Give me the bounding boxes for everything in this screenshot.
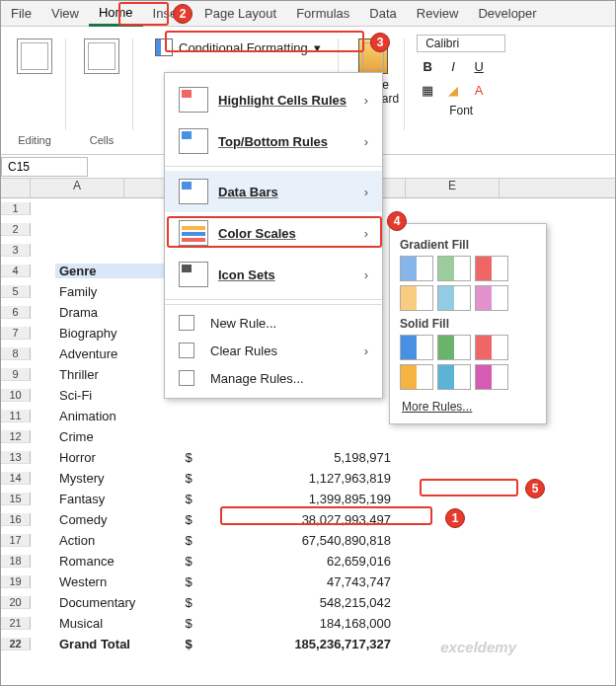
cells-icon[interactable] (84, 38, 119, 74)
editing-icon[interactable] (17, 38, 52, 74)
cell[interactable]: $ (174, 471, 203, 486)
menu-tab-page-layout[interactable]: Page Layout (194, 2, 286, 25)
row-number[interactable]: 15 (1, 493, 31, 505)
cell[interactable]: Animation (55, 409, 174, 423)
cell[interactable]: Family (55, 284, 174, 299)
data-bar-swatch[interactable] (475, 335, 508, 360)
italic-button[interactable]: I (442, 56, 464, 76)
row-number[interactable]: 5 (1, 285, 31, 298)
cf-menu-item[interactable]: Top/Bottom Rules › (165, 120, 382, 162)
new-rule-item[interactable]: New Rule... (165, 309, 382, 337)
conditional-formatting-button[interactable]: Conditional Formatting ▾ (147, 35, 329, 60)
cell[interactable]: Comedy (55, 512, 174, 527)
row-number[interactable]: 3 (1, 244, 31, 257)
cell[interactable]: Action (55, 533, 174, 548)
cell[interactable]: 185,236,717,327 (203, 637, 401, 651)
cell[interactable]: Drama (55, 305, 174, 320)
cell[interactable]: Adventure (55, 346, 174, 361)
cell[interactable]: $ (174, 533, 203, 548)
row-number[interactable]: 21 (1, 617, 31, 630)
cell[interactable]: $ (174, 574, 203, 589)
cell[interactable]: 184,168,000 (203, 616, 401, 631)
cell[interactable]: Grand Total (55, 637, 174, 651)
row-number[interactable]: 16 (1, 513, 31, 526)
data-bar-swatch[interactable] (437, 285, 471, 311)
cell[interactable]: $ (174, 637, 203, 651)
col-header[interactable]: A (31, 179, 124, 197)
row-number[interactable]: 13 (1, 451, 31, 464)
row-number[interactable]: 2 (1, 223, 31, 236)
data-bar-swatch[interactable] (475, 256, 508, 281)
row-number[interactable]: 8 (1, 347, 31, 360)
row-number[interactable]: 20 (1, 596, 31, 609)
data-bar-swatch[interactable] (400, 285, 433, 311)
cf-menu-item[interactable]: Color Scales › (165, 212, 382, 254)
cf-menu-item[interactable]: Icon Sets › (165, 254, 382, 295)
more-rules-link[interactable]: More Rules... (402, 400, 472, 414)
cell[interactable]: 1,399,895,199 (203, 492, 401, 506)
cell[interactable]: 548,215,042 (203, 595, 401, 610)
menu-tab-home[interactable]: Home (89, 1, 143, 27)
cell[interactable]: 62,659,016 (203, 554, 401, 569)
fill-color-button[interactable]: ◢ (442, 80, 464, 100)
col-header[interactable]: E (406, 179, 500, 197)
menu-tab-view[interactable]: View (41, 2, 89, 25)
menu-tab-data[interactable]: Data (359, 2, 406, 25)
data-bar-swatch[interactable] (475, 364, 508, 390)
col-header[interactable] (1, 179, 31, 197)
row-number[interactable]: 18 (1, 555, 31, 568)
cell[interactable]: 38,027,993,497 (203, 512, 401, 527)
cell[interactable]: $ (174, 595, 203, 610)
manage-rules-item[interactable]: Manage Rules... (165, 364, 382, 392)
cell[interactable]: Fantasy (55, 492, 174, 506)
name-box-input[interactable] (1, 157, 88, 177)
font-color-button[interactable]: A (468, 80, 490, 100)
cell[interactable]: Genre (55, 264, 174, 278)
cf-menu-item[interactable]: Data Bars › (165, 171, 382, 212)
clear-rules-item[interactable]: Clear Rules› (165, 337, 382, 364)
row-number[interactable]: 7 (1, 327, 31, 340)
menu-tab-review[interactable]: Review (407, 2, 469, 25)
cell[interactable]: Thriller (55, 367, 174, 382)
data-bar-swatch[interactable] (400, 256, 433, 281)
cell[interactable]: 1,127,963,819 (203, 471, 401, 486)
cell[interactable]: $ (174, 450, 203, 465)
cell[interactable]: Sci-Fi (55, 388, 174, 403)
data-bar-swatch[interactable] (475, 285, 508, 311)
menu-tab-file[interactable]: File (1, 2, 41, 25)
row-number[interactable]: 4 (1, 265, 31, 277)
cell[interactable]: $ (174, 512, 203, 527)
cell[interactable]: Western (55, 574, 174, 589)
data-bar-swatch[interactable] (437, 256, 471, 281)
data-bar-swatch[interactable] (437, 364, 471, 390)
cell[interactable]: $ (174, 616, 203, 631)
cell[interactable]: Romance (55, 554, 174, 569)
data-bar-swatch[interactable] (437, 335, 471, 360)
cell[interactable]: Crime (55, 429, 174, 444)
bold-button[interactable]: B (417, 56, 438, 76)
cell[interactable]: Musical (55, 616, 174, 631)
cell[interactable]: 5,198,971 (203, 450, 401, 465)
cf-menu-item[interactable]: Highlight Cells Rules › (165, 79, 382, 120)
row-number[interactable]: 10 (1, 389, 31, 402)
data-bar-swatch[interactable] (400, 364, 433, 390)
row-number[interactable]: 9 (1, 368, 31, 381)
cell[interactable]: 47,743,747 (203, 574, 401, 589)
row-number[interactable]: 11 (1, 410, 31, 422)
row-number[interactable]: 17 (1, 534, 31, 547)
cell[interactable]: 67,540,890,818 (203, 533, 401, 548)
underline-button[interactable]: U (468, 56, 490, 76)
data-bar-swatch[interactable] (400, 335, 433, 360)
row-number[interactable]: 19 (1, 575, 31, 588)
font-name-select[interactable]: Calibri (417, 35, 505, 52)
cell[interactable]: Biography (55, 326, 174, 341)
cell[interactable]: $ (174, 492, 203, 506)
cell[interactable]: $ (174, 554, 203, 569)
menu-tab-developer[interactable]: Developer (468, 2, 546, 25)
row-number[interactable]: 6 (1, 306, 31, 319)
border-button[interactable]: ▦ (417, 80, 438, 100)
row-number[interactable]: 12 (1, 430, 31, 443)
cell[interactable]: Horror (55, 450, 174, 465)
row-number[interactable]: 22 (1, 638, 31, 650)
cell[interactable]: Documentary (55, 595, 174, 610)
